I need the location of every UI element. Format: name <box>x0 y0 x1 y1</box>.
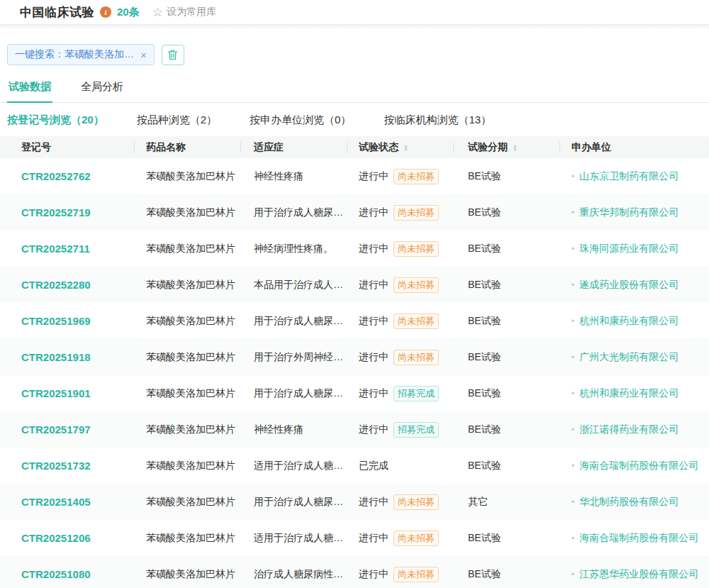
sponsor-link[interactable]: 遂成药业股份有限公司 <box>579 279 679 292</box>
registration-number-link[interactable]: CTR20251080 <box>21 568 91 580</box>
sponsor-link[interactable]: 杭州和康药业有限公司 <box>579 387 679 400</box>
registration-number-link[interactable]: CTR20251797 <box>21 423 91 436</box>
sponsor-link[interactable]: 华北制药股份有限公司 <box>579 496 679 509</box>
registration-number-link[interactable]: CTR20252719 <box>21 206 91 218</box>
registration-number-link[interactable]: CTR20251969 <box>21 315 91 327</box>
sponsor-link[interactable]: 重庆华邦制药有限公司 <box>579 206 679 219</box>
bullet-icon: • <box>571 533 574 543</box>
browse-subtab[interactable]: 按临床机构浏览（13） <box>384 113 491 127</box>
main-tab[interactable]: 试验数据 <box>7 76 52 103</box>
browse-subtab[interactable]: 按登记号浏览（20） <box>7 113 104 127</box>
sponsor-link[interactable]: 珠海同源药业有限公司 <box>579 243 679 255</box>
column-header: 试验分期 ▲ ▼ <box>454 136 560 158</box>
column-header-label: 适应症 <box>254 141 284 154</box>
indication-cell: 用于治疗外周神经… <box>241 351 347 364</box>
status-badge: 尚未招募 <box>393 567 439 582</box>
sort-down-icon: ▼ <box>403 148 408 151</box>
drug-name-cell: 苯磺酸美洛加巴林片 <box>135 423 241 436</box>
trash-icon <box>167 49 178 60</box>
bullet-icon: • <box>571 461 574 471</box>
bullet-icon: • <box>571 425 574 435</box>
browse-subtabs: 按登记号浏览（20） 按品种浏览（2） 按申办单位浏览（0） 按临床机构浏览（1… <box>0 103 709 136</box>
trial-phase-cell: BE试验 <box>454 170 560 183</box>
star-icon: ☆ <box>152 6 163 18</box>
column-header-label: 试验状态 <box>359 141 398 154</box>
browse-subtab[interactable]: 按申办单位浏览（0） <box>250 113 351 127</box>
registration-number-link[interactable]: CTR20251901 <box>21 387 91 399</box>
column-header-label: 药品名称 <box>146 141 186 154</box>
sponsor-link[interactable]: 江苏恩华药业股份有限公司 <box>579 568 698 581</box>
status-badge: 尚未招募 <box>393 314 439 329</box>
drug-name-cell: 苯磺酸美洛加巴林片 <box>135 532 241 545</box>
trial-status: 进行中 <box>359 206 389 219</box>
sponsor-link[interactable]: 海南合瑞制药股份有限公司 <box>579 460 698 472</box>
drug-name-cell: 苯磺酸美洛加巴林片 <box>135 351 241 364</box>
status-badge: 尚未招募 <box>393 350 439 365</box>
column-header: 登记号 ▲ ▼ <box>0 136 135 158</box>
set-favorite-button[interactable]: ☆ 设为常用库 <box>152 6 216 18</box>
indication-cell: 用于治疗成人糖尿… <box>241 496 347 509</box>
table-row: CTR20251080 苯磺酸美洛加巴林片 治疗成人糖尿病性… 进行中 尚未招募… <box>0 556 709 588</box>
registration-number-link[interactable]: CTR20251206 <box>21 532 91 544</box>
trial-status: 进行中 <box>359 279 389 292</box>
indication-cell: 本品用于治疗成人… <box>241 279 347 292</box>
indication-cell: 适用于治疗成人糖… <box>241 460 347 472</box>
registration-number-link[interactable]: CTR20252711 <box>21 243 90 255</box>
bullet-icon: • <box>571 244 574 254</box>
clear-filters-button[interactable] <box>162 45 184 65</box>
drug-name-cell: 苯磺酸美洛加巴林片 <box>135 206 241 219</box>
info-icon[interactable]: i <box>100 6 111 18</box>
registration-number-link[interactable]: CTR20252280 <box>21 279 91 291</box>
registration-number-link[interactable]: CTR20252762 <box>21 170 91 182</box>
favorite-label: 设为常用库 <box>167 6 216 18</box>
table-row: CTR20251969 苯磺酸美洛加巴林片 用于治疗成人糖尿… 进行中 尚未招募… <box>0 303 709 339</box>
trial-phase-cell: BE试验 <box>454 423 560 436</box>
sponsor-link[interactable]: 广州大光制药有限公司 <box>579 351 679 364</box>
trial-phase-cell: BE试验 <box>454 568 560 581</box>
column-header: 适应症 ▲ ▼ <box>241 136 347 158</box>
browse-subtab[interactable]: 按品种浏览（2） <box>137 113 217 127</box>
main-tab[interactable]: 全局分析 <box>79 76 125 103</box>
titlebar: 中国临床试验 i 20条 ☆ 设为常用库 <box>0 0 709 24</box>
search-filter-tag[interactable]: 一键搜索：苯磺酸美洛加… × <box>7 44 155 65</box>
indication-cell: 神经病理性疼痛。 <box>241 243 347 255</box>
table-body: CTR20252762 苯磺酸美洛加巴林片 神经性疼痛 进行中 尚未招募 BE试… <box>0 158 709 588</box>
indication-cell: 用于治疗成人糖尿… <box>241 315 347 328</box>
drug-name-cell: 苯磺酸美洛加巴林片 <box>135 243 241 255</box>
sponsor-link[interactable]: 山东京卫制药有限公司 <box>579 170 679 183</box>
registration-number-link[interactable]: CTR20251732 <box>21 460 91 472</box>
registration-number-link[interactable]: CTR20251405 <box>21 496 91 508</box>
table-row: CTR20251405 苯磺酸美洛加巴林片 用于治疗成人糖尿… 进行中 尚未招募… <box>0 484 709 520</box>
subtab-label: 按申办单位浏览（0） <box>250 113 351 126</box>
column-header: 药品名称 ▲ ▼ <box>135 136 241 158</box>
status-badge: 尚未招募 <box>393 277 439 293</box>
drug-name-cell: 苯磺酸美洛加巴林片 <box>135 387 241 400</box>
trial-status: 进行中 <box>359 496 389 509</box>
table-header-row: 登记号 ▲ ▼ 药品名称 ▲ ▼ 适应症 ▲ ▼ 试验状态 ▲ ▼ 试验分期 ▲… <box>0 136 709 158</box>
sponsor-link[interactable]: 海南合瑞制药股份有限公司 <box>579 532 698 545</box>
trial-phase-cell: BE试验 <box>454 243 560 255</box>
close-icon[interactable]: × <box>140 50 147 60</box>
page-title: 中国临床试验 <box>20 4 94 21</box>
drug-name-cell: 苯磺酸美洛加巴林片 <box>135 170 241 183</box>
trial-status: 进行中 <box>359 170 389 183</box>
indication-cell: 神经性疼痛 <box>241 170 347 183</box>
bullet-icon: • <box>571 280 574 290</box>
table-row: CTR20251797 苯磺酸美洛加巴林片 神经性疼痛 进行中 招募完成 BE试… <box>0 411 709 448</box>
sort-icon[interactable]: ▲ ▼ <box>513 144 518 151</box>
sort-icon[interactable]: ▲ ▼ <box>403 144 408 151</box>
sponsor-link[interactable]: 杭州和康药业有限公司 <box>579 315 679 328</box>
status-badge: 尚未招募 <box>393 241 439 257</box>
trial-phase-cell: BE试验 <box>454 460 560 472</box>
trial-phase-cell: BE试验 <box>454 315 560 328</box>
bullet-icon: • <box>571 172 574 182</box>
indication-cell: 治疗成人糖尿病性… <box>241 568 347 581</box>
registration-number-link[interactable]: CTR20251918 <box>21 351 91 363</box>
sponsor-link[interactable]: 浙江诺得药业有限公司 <box>579 423 679 436</box>
indication-cell: 适用于治疗成人糖… <box>241 532 347 545</box>
result-count: 20条 <box>117 6 140 19</box>
column-header-label: 登记号 <box>21 141 51 154</box>
drug-name-cell: 苯磺酸美洛加巴林片 <box>135 496 241 509</box>
status-badge: 尚未招募 <box>393 494 439 510</box>
table-row: CTR20252711 苯磺酸美洛加巴林片 神经病理性疼痛。 进行中 尚未招募 … <box>0 231 709 267</box>
